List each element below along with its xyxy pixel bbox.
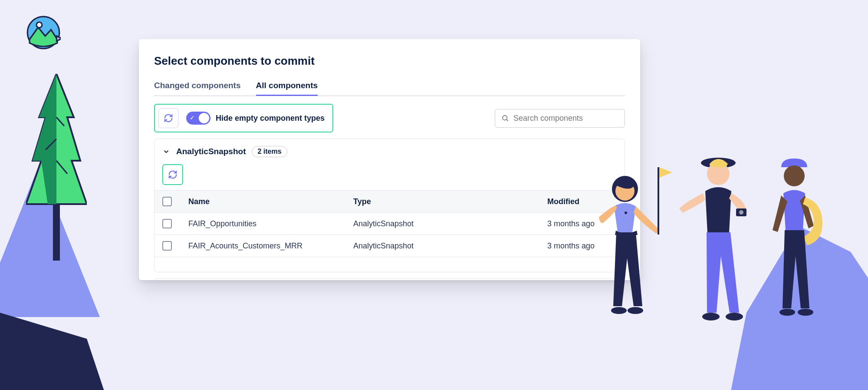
tab-changed-components[interactable]: Changed components [154,81,241,96]
people-illustration [573,150,851,376]
component-group: AnalyticSnapshot 2 items Name Type Modif… [154,139,625,272]
svg-line-7 [506,119,508,121]
row-checkbox[interactable] [162,219,172,228]
svg-point-20 [779,309,795,316]
page-title: Select components to commit [154,54,625,68]
group-name: AnalyticSnapshot [176,147,246,156]
row-type: AnalyticSnapshot [353,241,547,251]
component-group: AnimationRule 1 item [154,278,625,280]
column-type[interactable]: Type [353,197,547,206]
app-logo [26,15,61,50]
row-checkbox[interactable] [162,241,172,251]
row-name: FAIR_Acounts_Customers_MRR [188,241,353,251]
group-header-analyticsnapshot[interactable]: AnalyticSnapshot 2 items [155,139,625,164]
tab-bar: Changed components All components [154,81,625,96]
hide-empty-toggle-group: ✓ Hide empty component types [186,112,325,125]
refresh-icon [168,170,178,179]
row-name: FAIR_Opportunities [188,219,353,228]
search-box[interactable] [495,109,625,128]
svg-point-10 [611,307,627,314]
refresh-icon [164,113,173,123]
commit-panel: Select components to commit Changed comp… [139,39,640,280]
search-input[interactable] [513,114,618,123]
tab-all-components[interactable]: All components [256,81,318,96]
tree-illustration [26,74,87,261]
svg-point-6 [503,116,507,120]
group-refresh-button[interactable] [162,164,183,185]
table-row: FAIR_Acounts_Customers_MRR AnalyticSnaps… [155,235,625,257]
column-name[interactable]: Name [188,197,353,206]
group-count-badge: 2 items [252,146,287,157]
row-type: AnalyticSnapshot [353,219,547,228]
table-row: FAIR_Opportunities AnalyticSnapshot 3 mo… [155,213,625,235]
svg-rect-9 [658,167,659,235]
search-icon [501,114,509,122]
toolbar-left-highlight: ✓ Hide empty component types [154,104,333,132]
svg-point-1 [36,22,42,28]
bg-mountain [0,313,122,390]
svg-point-18 [726,313,743,321]
group-header-animationrule[interactable]: AnimationRule 1 item [155,279,625,280]
chevron-down-icon [162,148,170,155]
svg-point-17 [702,313,720,321]
svg-point-19 [784,165,805,186]
toolbar: ✓ Hide empty component types [154,104,625,132]
svg-point-16 [739,210,743,215]
hide-empty-toggle[interactable]: ✓ [186,112,210,125]
hide-empty-toggle-label: Hide empty component types [216,114,325,123]
svg-point-12 [625,212,627,214]
svg-point-11 [628,307,643,314]
svg-rect-2 [53,204,60,261]
check-icon: ✓ [190,114,195,121]
refresh-button[interactable] [158,108,178,128]
svg-point-21 [798,309,813,316]
table-header: Name Type Modified [155,190,625,213]
select-all-checkbox[interactable] [162,197,172,206]
